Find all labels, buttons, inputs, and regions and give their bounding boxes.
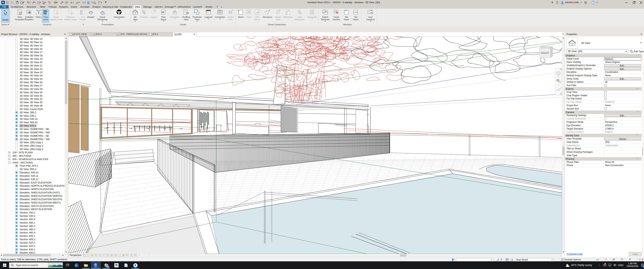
svg-text:PDF: PDF	[43, 3, 45, 4]
svg-text:?: ?	[593, 2, 594, 4]
svg-text:1: 1	[299, 10, 300, 12]
svg-text:RIGHT: RIGHT	[541, 52, 549, 54]
svg-text:1: 1	[66, 2, 66, 3]
svg-text:A: A	[70, 1, 72, 4]
